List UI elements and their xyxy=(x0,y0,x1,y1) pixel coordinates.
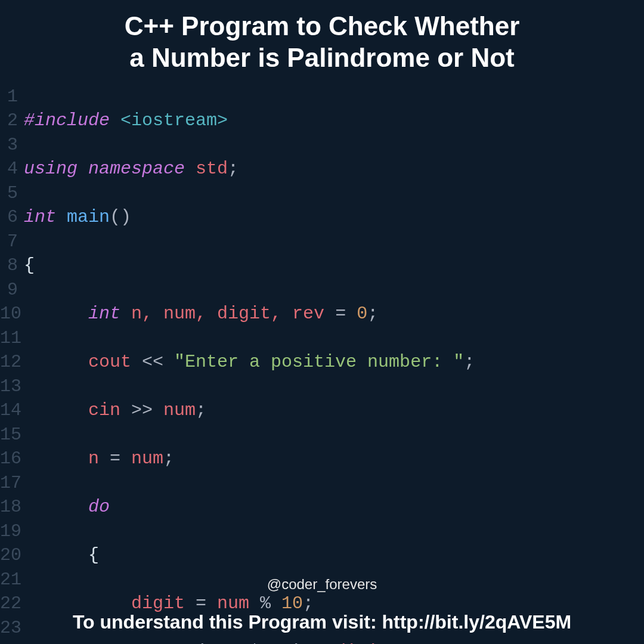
token-id: digit xyxy=(335,642,389,644)
line-number: 13 xyxy=(0,374,18,399)
token-id: cin xyxy=(88,400,120,420)
line-number: 18 xyxy=(0,495,18,519)
token-number: 10 xyxy=(271,642,292,644)
page-title: C++ Program to Check Whether a Number is… xyxy=(0,0,644,80)
token-op: % xyxy=(249,593,281,614)
token-op: = xyxy=(99,448,131,469)
token-punct: ) + xyxy=(292,642,335,644)
line-number: 19 xyxy=(0,519,18,544)
line-number: 2 xyxy=(0,109,18,133)
code-content: #include <iostream> using namespace std;… xyxy=(24,85,644,644)
token-string: "Enter a positive number: " xyxy=(174,352,464,372)
token-punct: (rev * xyxy=(196,642,271,644)
token-id: num xyxy=(163,400,196,420)
line-number: 14 xyxy=(0,398,18,423)
line-number: 20 xyxy=(0,543,18,568)
line-number: 16 xyxy=(0,447,18,471)
token-number: 0 xyxy=(357,304,367,324)
code-line: int n, num, digit, rev = 0; xyxy=(24,302,644,326)
line-number: 21 xyxy=(0,568,18,592)
token-id: digit xyxy=(131,593,185,614)
code-line: cin >> num; xyxy=(24,398,644,423)
code-line: { xyxy=(24,543,644,568)
token-id: rev xyxy=(131,642,163,644)
token-op: << xyxy=(131,352,174,372)
footer-text: To understand this Program visit: http:/… xyxy=(0,611,644,633)
line-number: 12 xyxy=(0,350,18,374)
code-line: using namespace std; xyxy=(24,157,644,181)
line-number-gutter: 1 2 3 4 5 6 7 8 9 10 11 12 13 14 15 16 1… xyxy=(0,85,24,644)
token-number: 10 xyxy=(281,593,303,614)
token-function: main xyxy=(67,207,110,227)
code-line: { xyxy=(24,253,644,278)
line-number: 4 xyxy=(0,157,18,181)
token-keyword: namespace xyxy=(88,159,185,179)
token-op: = xyxy=(185,593,217,614)
token-op: >> xyxy=(120,400,163,420)
token-op: = xyxy=(163,642,196,644)
token-id: n xyxy=(88,448,99,469)
token-keyword: using xyxy=(24,159,78,179)
line-number: 17 xyxy=(0,471,18,496)
line-number: 11 xyxy=(0,326,18,351)
token-id: num xyxy=(131,448,163,469)
token-type: int xyxy=(88,304,120,324)
token-op: = xyxy=(324,304,357,324)
line-number: 9 xyxy=(0,278,18,302)
token-id: n, num, digit, rev xyxy=(131,304,324,324)
title-line-2: a Number is Palindrome or Not xyxy=(129,43,514,72)
token-id: cout xyxy=(88,352,131,372)
token-header: <iostream> xyxy=(120,110,228,131)
line-number: 15 xyxy=(0,423,18,447)
watermark-handle: @coder_forevers xyxy=(267,576,377,593)
line-number: 10 xyxy=(0,302,18,326)
line-number: 3 xyxy=(0,133,18,157)
code-line: rev = (rev * 10) + digit; xyxy=(24,640,644,644)
token-type: int xyxy=(24,207,56,227)
code-line: do xyxy=(24,495,644,519)
title-line-1: C++ Program to Check Whether xyxy=(125,11,520,41)
code-line: #include <iostream> xyxy=(24,109,644,133)
line-number: 6 xyxy=(0,205,18,230)
code-line: cout << "Enter a positive number: "; xyxy=(24,350,644,374)
code-editor: 1 2 3 4 5 6 7 8 9 10 11 12 13 14 15 16 1… xyxy=(0,80,644,644)
code-line: n = num; xyxy=(24,447,644,471)
line-number: 1 xyxy=(0,85,18,109)
token-keyword: do xyxy=(88,497,110,517)
token-id: num xyxy=(217,593,249,614)
token-keyword: #include xyxy=(24,110,110,131)
line-number: 7 xyxy=(0,230,18,254)
line-number: 8 xyxy=(0,253,18,278)
code-line: int main() xyxy=(24,205,644,230)
token-id: std xyxy=(196,159,228,179)
line-number: 5 xyxy=(0,181,18,206)
